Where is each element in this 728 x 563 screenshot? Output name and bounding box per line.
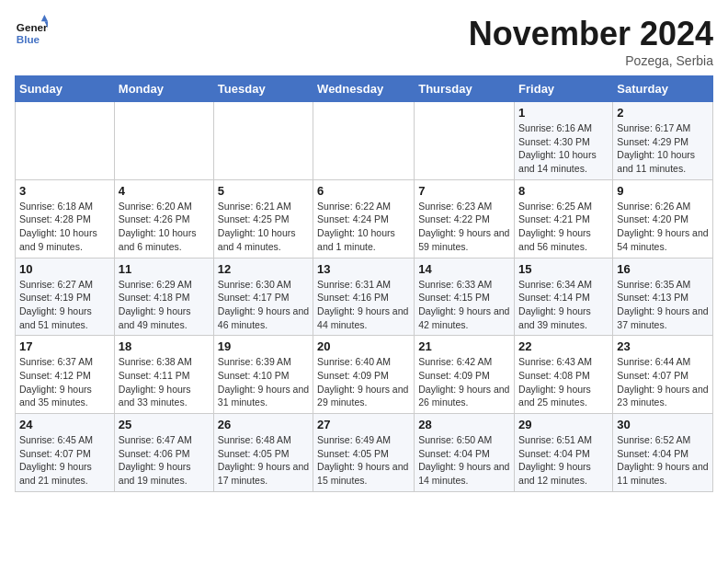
calendar-table: SundayMondayTuesdayWednesdayThursdayFrid… bbox=[15, 75, 713, 492]
day-cell: 12Sunrise: 6:30 AMSunset: 4:17 PMDayligh… bbox=[213, 258, 313, 336]
day-number: 25 bbox=[119, 418, 210, 431]
day-detail: Sunrise: 6:37 AMSunset: 4:12 PMDaylight:… bbox=[19, 355, 110, 409]
day-number: 21 bbox=[418, 339, 510, 353]
day-number: 20 bbox=[317, 339, 410, 353]
day-cell bbox=[415, 102, 515, 180]
calendar-body: 1Sunrise: 6:16 AMSunset: 4:30 PMDaylight… bbox=[16, 102, 713, 492]
day-detail: Sunrise: 6:33 AMSunset: 4:15 PMDaylight:… bbox=[418, 278, 510, 332]
day-detail: Sunrise: 6:48 AMSunset: 4:05 PMDaylight:… bbox=[218, 433, 309, 488]
day-detail: Sunrise: 6:39 AMSunset: 4:10 PMDaylight:… bbox=[218, 355, 309, 409]
day-detail: Sunrise: 6:23 AMSunset: 4:22 PMDaylight:… bbox=[418, 200, 510, 254]
day-cell: 10Sunrise: 6:27 AMSunset: 4:19 PMDayligh… bbox=[16, 258, 115, 336]
day-number: 16 bbox=[617, 262, 709, 276]
day-cell: 30Sunrise: 6:52 AMSunset: 4:04 PMDayligh… bbox=[613, 414, 713, 492]
day-number: 3 bbox=[19, 184, 110, 198]
column-header-wednesday: Wednesday bbox=[313, 76, 415, 102]
header-row: SundayMondayTuesdayWednesdayThursdayFrid… bbox=[16, 76, 713, 102]
day-detail: Sunrise: 6:20 AMSunset: 4:26 PMDaylight:… bbox=[119, 200, 210, 254]
day-detail: Sunrise: 6:31 AMSunset: 4:16 PMDaylight:… bbox=[317, 278, 410, 332]
svg-text:Blue: Blue bbox=[17, 33, 40, 45]
day-cell: 25Sunrise: 6:47 AMSunset: 4:06 PMDayligh… bbox=[114, 414, 213, 492]
day-cell: 18Sunrise: 6:38 AMSunset: 4:11 PMDayligh… bbox=[114, 336, 213, 414]
day-cell: 28Sunrise: 6:50 AMSunset: 4:04 PMDayligh… bbox=[415, 414, 515, 492]
day-number: 17 bbox=[19, 339, 110, 353]
day-cell: 16Sunrise: 6:35 AMSunset: 4:13 PMDayligh… bbox=[613, 258, 713, 336]
logo: General Blue bbox=[15, 15, 48, 48]
day-detail: Sunrise: 6:44 AMSunset: 4:07 PMDaylight:… bbox=[617, 355, 709, 409]
week-row-2: 3Sunrise: 6:18 AMSunset: 4:28 PMDaylight… bbox=[16, 179, 713, 258]
column-header-friday: Friday bbox=[515, 76, 613, 102]
day-number: 11 bbox=[119, 262, 210, 276]
svg-text:General: General bbox=[17, 21, 48, 33]
column-header-sunday: Sunday bbox=[16, 76, 115, 102]
day-number: 1 bbox=[518, 106, 609, 120]
day-cell: 15Sunrise: 6:34 AMSunset: 4:14 PMDayligh… bbox=[515, 258, 613, 336]
day-cell: 2Sunrise: 6:17 AMSunset: 4:29 PMDaylight… bbox=[613, 102, 713, 180]
day-number: 24 bbox=[19, 418, 110, 431]
day-detail: Sunrise: 6:51 AMSunset: 4:04 PMDaylight:… bbox=[518, 433, 609, 488]
day-cell: 19Sunrise: 6:39 AMSunset: 4:10 PMDayligh… bbox=[213, 336, 313, 414]
day-number: 12 bbox=[218, 262, 309, 276]
calendar-header: SundayMondayTuesdayWednesdayThursdayFrid… bbox=[16, 76, 713, 102]
column-header-monday: Monday bbox=[114, 76, 213, 102]
day-detail: Sunrise: 6:29 AMSunset: 4:18 PMDaylight:… bbox=[119, 278, 210, 332]
day-number: 29 bbox=[518, 418, 609, 431]
day-detail: Sunrise: 6:34 AMSunset: 4:14 PMDaylight:… bbox=[518, 278, 609, 332]
day-number: 6 bbox=[317, 184, 410, 198]
week-row-3: 10Sunrise: 6:27 AMSunset: 4:19 PMDayligh… bbox=[16, 258, 713, 336]
day-detail: Sunrise: 6:21 AMSunset: 4:25 PMDaylight:… bbox=[218, 200, 309, 254]
day-detail: Sunrise: 6:52 AMSunset: 4:04 PMDaylight:… bbox=[617, 433, 709, 488]
month-title: November 2024 bbox=[469, 15, 713, 53]
day-detail: Sunrise: 6:38 AMSunset: 4:11 PMDaylight:… bbox=[119, 355, 210, 409]
svg-marker-2 bbox=[41, 15, 48, 21]
day-cell: 29Sunrise: 6:51 AMSunset: 4:04 PMDayligh… bbox=[515, 414, 613, 492]
day-detail: Sunrise: 6:43 AMSunset: 4:08 PMDaylight:… bbox=[518, 355, 609, 409]
day-detail: Sunrise: 6:25 AMSunset: 4:21 PMDaylight:… bbox=[518, 200, 609, 254]
day-cell: 13Sunrise: 6:31 AMSunset: 4:16 PMDayligh… bbox=[313, 258, 415, 336]
day-number: 19 bbox=[218, 339, 309, 353]
column-header-thursday: Thursday bbox=[415, 76, 515, 102]
day-detail: Sunrise: 6:30 AMSunset: 4:17 PMDaylight:… bbox=[218, 278, 309, 332]
day-number: 23 bbox=[617, 339, 709, 353]
day-cell: 8Sunrise: 6:25 AMSunset: 4:21 PMDaylight… bbox=[515, 179, 613, 258]
day-cell: 26Sunrise: 6:48 AMSunset: 4:05 PMDayligh… bbox=[213, 414, 313, 492]
day-detail: Sunrise: 6:18 AMSunset: 4:28 PMDaylight:… bbox=[19, 200, 110, 254]
day-cell bbox=[313, 102, 415, 180]
day-number: 26 bbox=[218, 418, 309, 431]
day-detail: Sunrise: 6:49 AMSunset: 4:05 PMDaylight:… bbox=[317, 433, 410, 488]
week-row-5: 24Sunrise: 6:45 AMSunset: 4:07 PMDayligh… bbox=[16, 414, 713, 492]
day-cell: 23Sunrise: 6:44 AMSunset: 4:07 PMDayligh… bbox=[613, 336, 713, 414]
column-header-tuesday: Tuesday bbox=[213, 76, 313, 102]
day-number: 4 bbox=[119, 184, 210, 198]
day-detail: Sunrise: 6:27 AMSunset: 4:19 PMDaylight:… bbox=[19, 278, 110, 332]
day-cell bbox=[213, 102, 313, 180]
week-row-1: 1Sunrise: 6:16 AMSunset: 4:30 PMDaylight… bbox=[16, 102, 713, 180]
day-cell: 27Sunrise: 6:49 AMSunset: 4:05 PMDayligh… bbox=[313, 414, 415, 492]
day-cell: 6Sunrise: 6:22 AMSunset: 4:24 PMDaylight… bbox=[313, 179, 415, 258]
day-number: 5 bbox=[218, 184, 309, 198]
day-detail: Sunrise: 6:47 AMSunset: 4:06 PMDaylight:… bbox=[119, 433, 210, 488]
day-detail: Sunrise: 6:45 AMSunset: 4:07 PMDaylight:… bbox=[19, 433, 110, 488]
day-detail: Sunrise: 6:26 AMSunset: 4:20 PMDaylight:… bbox=[617, 200, 709, 254]
day-cell: 21Sunrise: 6:42 AMSunset: 4:09 PMDayligh… bbox=[415, 336, 515, 414]
title-block: November 2024 Pozega, Serbia bbox=[469, 15, 713, 68]
day-cell: 22Sunrise: 6:43 AMSunset: 4:08 PMDayligh… bbox=[515, 336, 613, 414]
day-number: 7 bbox=[418, 184, 510, 198]
day-cell: 24Sunrise: 6:45 AMSunset: 4:07 PMDayligh… bbox=[16, 414, 115, 492]
day-number: 30 bbox=[617, 418, 709, 431]
day-detail: Sunrise: 6:50 AMSunset: 4:04 PMDaylight:… bbox=[418, 433, 510, 488]
logo-icon: General Blue bbox=[15, 15, 48, 48]
day-number: 15 bbox=[518, 262, 609, 276]
day-cell: 5Sunrise: 6:21 AMSunset: 4:25 PMDaylight… bbox=[213, 179, 313, 258]
day-detail: Sunrise: 6:17 AMSunset: 4:29 PMDaylight:… bbox=[617, 121, 709, 176]
day-cell: 9Sunrise: 6:26 AMSunset: 4:20 PMDaylight… bbox=[613, 179, 713, 258]
day-number: 9 bbox=[617, 184, 709, 198]
day-cell: 4Sunrise: 6:20 AMSunset: 4:26 PMDaylight… bbox=[114, 179, 213, 258]
day-cell bbox=[114, 102, 213, 180]
day-number: 8 bbox=[518, 184, 609, 198]
day-detail: Sunrise: 6:22 AMSunset: 4:24 PMDaylight:… bbox=[317, 200, 410, 254]
day-detail: Sunrise: 6:16 AMSunset: 4:30 PMDaylight:… bbox=[518, 121, 609, 176]
day-detail: Sunrise: 6:40 AMSunset: 4:09 PMDaylight:… bbox=[317, 355, 410, 409]
day-number: 14 bbox=[418, 262, 510, 276]
day-number: 22 bbox=[518, 339, 609, 353]
